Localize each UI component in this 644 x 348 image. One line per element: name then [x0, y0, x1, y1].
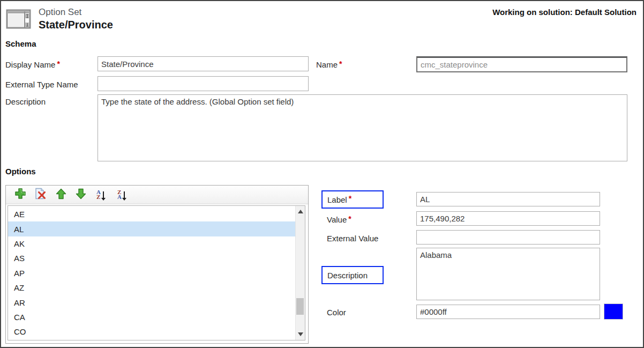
required-asterisk: * — [348, 214, 351, 223]
list-item[interactable]: CA — [8, 310, 305, 324]
option-description-textarea[interactable]: Alabama — [416, 248, 600, 300]
list-scrollbar[interactable] — [295, 206, 305, 340]
name-label: Name* — [316, 60, 342, 69]
option-external-value-label: External Value — [327, 234, 378, 243]
move-up-button[interactable] — [51, 187, 71, 202]
options-listbox: AE AL AK AS AP AZ AR CA CO — [8, 205, 305, 340]
required-asterisk: * — [339, 60, 342, 68]
option-label-input[interactable] — [416, 192, 600, 206]
list-item[interactable]: CO — [8, 324, 305, 339]
option-color-label: Color — [327, 308, 346, 317]
sort-za-icon: ZA — [117, 190, 126, 199]
options-toolbar: AZ ZA — [6, 186, 308, 204]
option-external-value-input[interactable] — [416, 230, 600, 245]
list-item[interactable]: AK — [8, 236, 305, 251]
sort-az-icon: AZ — [96, 190, 105, 199]
scrollbar-up-arrow-icon[interactable] — [298, 210, 303, 213]
option-description-label: Description — [321, 266, 384, 284]
delete-option-button[interactable] — [29, 187, 51, 202]
list-item[interactable]: AR — [8, 295, 305, 309]
option-set-icon — [5, 6, 32, 31]
option-color-input[interactable] — [416, 305, 600, 319]
entity-type-label: Option Set — [39, 7, 81, 18]
list-item[interactable]: AE — [8, 207, 305, 221]
display-name-label: Display Name* — [5, 60, 60, 69]
color-swatch — [604, 303, 623, 320]
sort-descending-button[interactable]: ZA — [111, 187, 132, 202]
name-input — [416, 56, 627, 72]
options-section-heading: Options — [5, 167, 36, 176]
required-asterisk: * — [349, 194, 351, 203]
add-option-button[interactable] — [11, 187, 29, 202]
add-plus-icon — [14, 188, 26, 202]
list-item-selected[interactable]: AL — [8, 221, 305, 236]
sort-ascending-button[interactable]: AZ — [91, 187, 111, 202]
list-item[interactable]: AZ — [8, 280, 305, 295]
move-down-button[interactable] — [71, 187, 91, 202]
list-item[interactable]: AP — [8, 266, 305, 280]
schema-description-label: Description — [5, 97, 46, 106]
delete-page-x-icon — [34, 188, 47, 202]
display-name-input[interactable] — [98, 56, 309, 71]
schema-section-heading: Schema — [5, 39, 36, 48]
option-value-label: Value* — [327, 215, 351, 224]
schema-description-textarea[interactable]: Type the state of the address. (Global O… — [98, 94, 627, 161]
external-type-name-input[interactable] — [98, 76, 309, 91]
scrollbar-thumb[interactable] — [296, 298, 304, 315]
move-down-arrow-icon — [76, 188, 86, 202]
page-title: State/Province — [39, 19, 113, 31]
working-on-solution-label: Working on solution: Default Solution — [492, 8, 636, 17]
option-label-label: Label* — [321, 190, 384, 209]
option-set-editor-window: Option Set State/Province Working on sol… — [0, 0, 644, 348]
option-value-input[interactable] — [416, 211, 600, 226]
external-type-name-label: External Type Name — [5, 80, 78, 89]
move-up-arrow-icon — [56, 188, 66, 202]
scrollbar-down-arrow-icon[interactable] — [298, 332, 303, 336]
list-item[interactable]: AS — [8, 251, 305, 265]
options-list-panel: AZ ZA AE AL AK AS AP AZ AR CA CO — [5, 185, 309, 344]
required-asterisk: * — [57, 60, 59, 68]
